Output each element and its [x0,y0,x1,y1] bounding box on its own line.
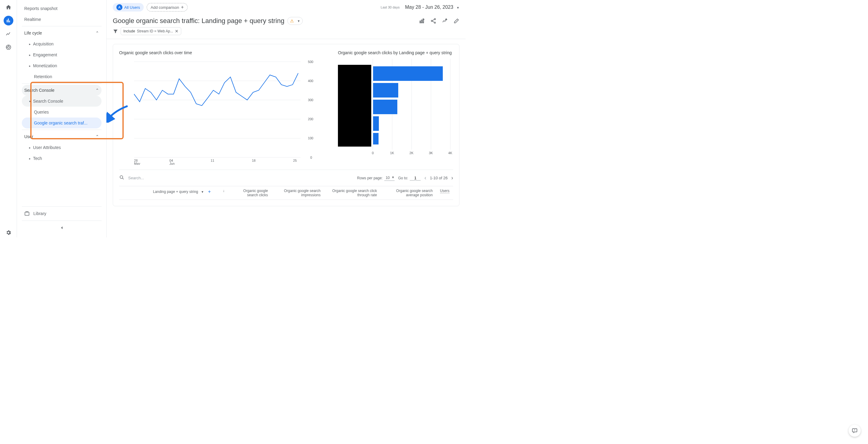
filter-include-label: Include [123,29,135,33]
reports-icon[interactable] [4,16,13,26]
rows-per-page-value: 10 [385,176,390,180]
nav-reports-snapshot[interactable]: Reports snapshot [22,3,101,14]
svg-text:100: 100 [308,136,313,140]
go-to-label: Go to: [398,176,408,180]
nav-tech[interactable]: Tech [22,153,101,164]
nav-library[interactable]: Library [22,208,101,219]
nav-google-organic-traffic[interactable]: Google organic search traf... [22,117,101,128]
col-users-label: Users [440,189,450,193]
date-range-value: May 28 - Jun 26, 2023 [405,4,453,10]
nav-engagement[interactable]: Engagement [22,49,101,60]
svg-rect-38 [373,133,378,144]
title-actions [419,18,460,24]
dimension-header-label: Landing page + query string [153,190,198,194]
collapse-sidebar-button[interactable] [22,222,101,234]
admin-icon[interactable] [4,228,13,237]
share-icon[interactable] [430,18,436,24]
col-clicks[interactable]: Organic google search clicks [228,186,272,200]
nav-monetization[interactable]: Monetization [22,60,101,71]
col-ctr[interactable]: Organic google search click through rate [324,186,381,200]
svg-rect-37 [373,116,379,131]
filter-value: Stream ID = Web Ap... [137,29,173,33]
svg-text:Jun: Jun [169,162,175,165]
close-icon[interactable]: ✕ [175,29,179,34]
data-quality-badge[interactable]: ⚠ ▼ [287,17,303,25]
svg-rect-36 [373,100,397,114]
table-controls: Search... Rows per page: 10 ▼ Go to: [119,170,453,183]
audience-avatar-icon: A [116,4,122,10]
all-users-label: All Users [124,5,140,10]
nav-life-cycle-label: Life cycle [24,31,42,35]
nav-queries[interactable]: Queries [22,107,101,117]
dimension-header[interactable]: Landing page + query string ▼ [153,190,204,194]
go-to-input[interactable] [410,176,421,180]
chevron-up-icon: ⌃ [95,31,99,35]
svg-text:400: 400 [308,79,313,83]
chevron-left-icon [59,225,65,231]
date-range-label: Last 30 days [381,5,399,9]
date-range-picker[interactable]: May 28 - Jun 26, 2023 ▼ [405,4,460,10]
nav-user-section-label: User [24,134,33,139]
svg-rect-4 [421,20,422,23]
nav-search-console-section[interactable]: Search Console ⌃ [22,85,101,96]
svg-rect-3 [420,21,421,23]
pager: ‹ 1-10 of 26 › [424,175,453,181]
sort-arrow-icon[interactable]: ↓ [223,189,224,193]
add-dimension-button[interactable]: + [207,189,213,195]
svg-text:May: May [134,162,140,165]
title-row: Google organic search traffic: Landing p… [107,14,466,26]
chevron-up-icon: ⌃ [95,134,99,139]
col-users[interactable]: Users [436,186,453,200]
svg-text:0: 0 [372,151,374,155]
edit-icon[interactable] [454,18,460,24]
bar-chart: 0 1K 2K 3K 4K [338,59,453,159]
go-to: Go to: [398,176,421,180]
library-icon [24,211,30,216]
explore-icon[interactable] [4,29,13,39]
nav-library-label: Library [33,211,46,216]
sidebar: Reports snapshot Realtime Life cycle ⌃ A… [17,0,107,237]
nav-user-attributes[interactable]: User Attributes [22,142,101,153]
all-users-chip[interactable]: A All Users [113,3,144,11]
triangle-down-icon: ▼ [297,20,300,23]
plus-icon: + [181,4,184,10]
svg-text:500: 500 [308,60,313,64]
add-comparison-button[interactable]: Add comparison + [147,3,188,11]
col-avg-position[interactable]: Organic google search average position [381,186,436,200]
home-icon[interactable] [4,2,13,12]
svg-text:1K: 1K [390,151,394,155]
line-chart: 500 400 300 200 100 0 28 May 04 Jun [119,59,326,165]
nav-life-cycle[interactable]: Life cycle ⌃ [22,28,101,38]
sparkle-icon[interactable] [442,18,448,24]
svg-rect-34 [373,66,443,81]
icon-rail [0,0,17,237]
col-impressions[interactable]: Organic google search impressions [272,186,324,200]
next-page-button[interactable]: › [451,175,453,181]
nav-realtime[interactable]: Realtime [22,14,101,25]
add-comparison-label: Add comparison [151,5,179,10]
nav-acquisition[interactable]: Acquisition [22,38,101,49]
svg-rect-35 [373,83,398,98]
advertising-icon[interactable] [4,42,13,52]
nav-user-section[interactable]: User ⌃ [22,131,101,142]
topbar: A All Users Add comparison + Last 30 day… [107,0,466,14]
svg-text:25: 25 [293,159,297,162]
search-icon[interactable] [119,175,125,181]
insights-icon[interactable] [419,18,425,24]
search-input[interactable]: Search... [128,176,144,180]
warning-icon: ⚠ [290,19,294,23]
main-content: A All Users Add comparison + Last 30 day… [107,0,466,237]
nav-search-console-group[interactable]: Search Console [22,96,101,107]
svg-rect-33 [338,65,371,146]
rows-per-page-select[interactable]: 10 ▼ [384,175,394,181]
svg-text:300: 300 [308,98,313,102]
nav-retention[interactable]: Retention [22,71,101,82]
nav-sc-section-label: Search Console [24,88,55,93]
svg-text:18: 18 [252,159,255,162]
prev-page-button[interactable]: ‹ [424,175,426,181]
bar-chart-container: Organic google search clicks by Landing … [338,50,453,165]
rows-per-page: Rows per page: 10 ▼ [357,175,394,181]
data-table: Landing page + query string ▼ + ↓ Organi… [119,186,453,200]
filter-pill[interactable]: Include Stream ID = Web Ap... ✕ [121,27,181,35]
page-range: 1-10 of 26 [430,176,447,180]
